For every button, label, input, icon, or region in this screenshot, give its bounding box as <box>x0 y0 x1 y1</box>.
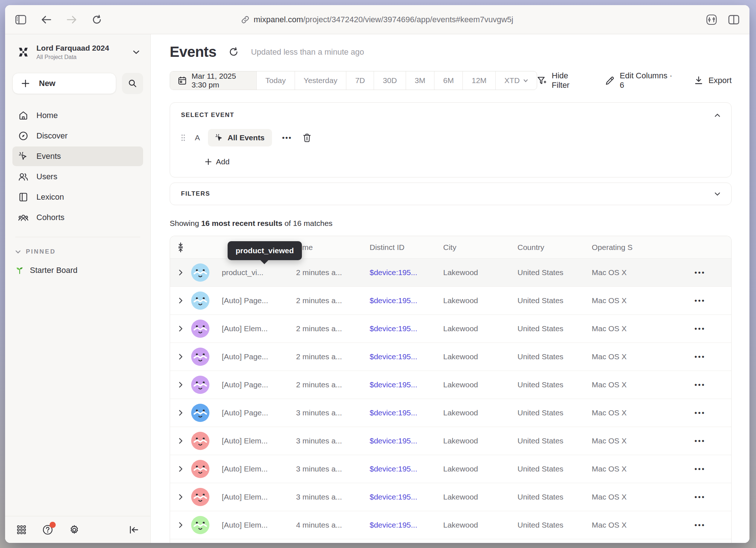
cell-time: 2 minutes a... <box>296 352 370 361</box>
sort-icon[interactable] <box>177 242 184 253</box>
sidebar-item-starter-board[interactable]: Starter Board <box>15 266 140 275</box>
expand-row-chevron-icon[interactable] <box>178 494 183 500</box>
expand-row-chevron-icon[interactable] <box>178 269 183 276</box>
split-view-icon[interactable] <box>728 15 739 24</box>
row-actions-button[interactable]: ••• <box>675 325 705 333</box>
drag-handle-icon[interactable] <box>181 134 185 141</box>
expand-row-chevron-icon[interactable] <box>178 466 183 472</box>
range-today[interactable]: Today <box>256 71 295 90</box>
sidebar-item-events[interactable]: Events <box>12 146 143 166</box>
date-picker[interactable]: Mar 11, 2025 3:30 pm <box>170 71 256 90</box>
range-30d[interactable]: 30D <box>374 71 406 90</box>
expand-row-chevron-icon[interactable] <box>178 297 183 304</box>
table-row[interactable]: [Auto] Elem... 3 minutes a... $device:19… <box>170 483 731 511</box>
column-header-os[interactable]: Operating S <box>592 243 675 252</box>
cell-distinct-id-link[interactable]: $device:195... <box>370 437 443 445</box>
sidebar-item-users[interactable]: Users <box>12 167 143 187</box>
cell-city: Lakewood <box>443 493 517 501</box>
row-actions-button[interactable]: ••• <box>675 409 705 417</box>
sidebar-item-lexicon[interactable]: Lexicon <box>12 187 143 207</box>
settings-gear-icon[interactable] <box>69 525 79 535</box>
reload-button[interactable] <box>92 15 102 25</box>
column-header-distinct-id[interactable]: Distinct ID <box>370 243 443 252</box>
table-row[interactable]: ••• <box>170 539 731 543</box>
new-button[interactable]: New <box>12 73 116 94</box>
project-switcher[interactable]: Lord Farquaad 2024 All Project Data <box>12 42 143 62</box>
table-row[interactable]: product_vi... 2 minutes a... $device:195… <box>170 259 731 287</box>
cell-distinct-id-link[interactable]: $device:195... <box>370 324 443 333</box>
column-header-city[interactable]: City <box>443 243 517 252</box>
refresh-icon[interactable] <box>229 47 239 57</box>
expand-row-chevron-icon[interactable] <box>178 438 183 444</box>
cell-distinct-id-link[interactable]: $device:195... <box>370 380 443 389</box>
range-xtd-dropdown[interactable]: XTD <box>495 71 537 90</box>
avatar <box>191 488 209 506</box>
hide-filter-button[interactable]: Hide Filter <box>537 71 584 90</box>
chevron-up-icon[interactable] <box>714 113 720 117</box>
expand-row-chevron-icon[interactable] <box>178 381 183 388</box>
row-actions-button[interactable]: ••• <box>675 437 705 445</box>
row-actions-button[interactable]: ••• <box>675 353 705 361</box>
event-more-button[interactable]: ••• <box>282 134 292 142</box>
row-actions-button[interactable]: ••• <box>675 381 705 389</box>
cell-distinct-id-link[interactable]: $device:195... <box>370 493 443 501</box>
table-row[interactable]: [Auto] Page... 2 minutes a... $device:19… <box>170 371 731 399</box>
sidebar-item-discover[interactable]: Discover <box>12 126 143 146</box>
range-6m[interactable]: 6M <box>434 71 462 90</box>
apps-grid-icon[interactable] <box>17 525 26 535</box>
collapse-sidebar-icon[interactable] <box>129 525 139 534</box>
cell-distinct-id-link[interactable]: $device:195... <box>370 268 443 277</box>
cell-os: Mac OS X <box>592 296 675 305</box>
edit-columns-button[interactable]: Edit Columns · 6 <box>606 71 674 90</box>
table-row[interactable]: [Auto] Elem... 3 minutes a... $device:19… <box>170 427 731 455</box>
cell-distinct-id-link[interactable]: $device:195... <box>370 352 443 361</box>
forward-button[interactable] <box>66 15 77 24</box>
sidebar-item-cohorts[interactable]: Cohorts <box>12 208 143 227</box>
expand-row-chevron-icon[interactable] <box>178 353 183 360</box>
row-actions-button[interactable]: ••• <box>675 297 705 305</box>
back-button[interactable] <box>41 15 52 24</box>
row-actions-button[interactable]: ••• <box>675 493 705 501</box>
range-3m[interactable]: 3M <box>406 71 434 90</box>
column-header-time[interactable]: Time <box>296 243 370 252</box>
address-bar[interactable]: mixpanel.com/project/3472420/view/397469… <box>241 15 513 24</box>
browser-extensions-icon[interactable] <box>706 14 717 25</box>
cell-distinct-id-link[interactable]: $device:195... <box>370 465 443 473</box>
table-row[interactable]: [Auto] Elem... 4 minutes a... $device:19… <box>170 511 731 539</box>
table-row[interactable]: [Auto] Page... 2 minutes a... $device:19… <box>170 343 731 371</box>
range-12m[interactable]: 12M <box>462 71 495 90</box>
cell-distinct-id-link[interactable]: $device:195... <box>370 296 443 305</box>
cell-country: United States <box>517 465 592 473</box>
sidebar-item-home[interactable]: Home <box>12 106 143 125</box>
pinned-section-toggle[interactable]: PINNED <box>15 248 140 255</box>
cell-distinct-id-link[interactable]: $device:195... <box>370 521 443 529</box>
expand-row-chevron-icon[interactable] <box>178 325 183 332</box>
sidebar: Lord Farquaad 2024 All Project Data New <box>5 34 151 543</box>
chevron-down-icon[interactable] <box>714 192 720 196</box>
table-row[interactable]: [Auto] Elem... 3 minutes a... $device:19… <box>170 455 731 483</box>
click-cursor-icon <box>215 134 223 142</box>
expand-row-chevron-icon[interactable] <box>178 410 183 416</box>
column-header-country[interactable]: Country <box>517 243 592 252</box>
table-row[interactable]: [Auto] Page... 3 minutes a... $device:19… <box>170 399 731 427</box>
cell-city: Lakewood <box>443 437 517 445</box>
range-yesterday[interactable]: Yesterday <box>295 71 346 90</box>
row-actions-button[interactable]: ••• <box>675 465 705 473</box>
table-row[interactable]: [Auto] Page... 2 minutes a... $device:19… <box>170 287 731 315</box>
expand-row-chevron-icon[interactable] <box>178 522 183 528</box>
browser-sidebar-toggle-icon[interactable] <box>15 15 26 24</box>
range-7d[interactable]: 7D <box>346 71 374 90</box>
updated-status: Updated less than a minute ago <box>251 47 364 57</box>
cell-city: Lakewood <box>443 296 517 305</box>
add-event-button[interactable]: Add <box>205 157 720 166</box>
event-selector-pill[interactable]: All Events <box>208 129 272 146</box>
pinned-item-label: Starter Board <box>30 266 78 275</box>
row-actions-button[interactable]: ••• <box>675 521 705 529</box>
row-actions-button[interactable]: ••• <box>675 269 705 277</box>
search-button[interactable] <box>122 73 143 94</box>
table-row[interactable]: [Auto] Elem... 2 minutes a... $device:19… <box>170 315 731 343</box>
cell-distinct-id-link[interactable]: $device:195... <box>370 408 443 417</box>
export-button[interactable]: Export <box>694 76 732 85</box>
trash-icon[interactable] <box>303 133 311 142</box>
help-button[interactable] <box>42 524 53 535</box>
